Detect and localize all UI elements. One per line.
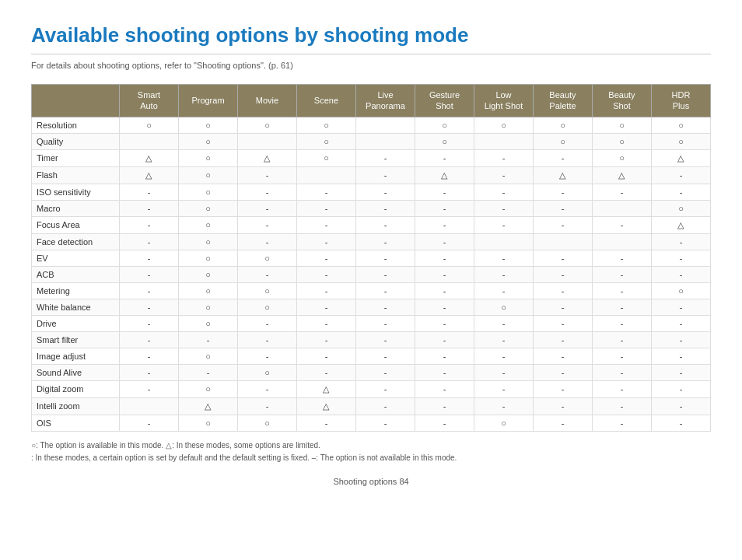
cell-12-2: - (237, 315, 296, 331)
table-row: Sound Alive--○------- (32, 364, 711, 380)
row-label: Drive (32, 315, 120, 331)
cell-1-6 (474, 133, 533, 149)
cell-15-6: - (474, 364, 533, 380)
cell-3-6: - (474, 166, 533, 184)
cell-5-5: - (415, 200, 474, 216)
cell-5-7: - (533, 200, 592, 216)
cell-11-3: - (296, 299, 355, 315)
column-header-4: Scene (296, 85, 355, 117)
cell-18-7: - (533, 415, 592, 431)
cell-11-5: - (415, 299, 474, 315)
cell-4-8: - (592, 184, 651, 200)
cell-11-0: - (119, 299, 178, 315)
cell-13-0: - (119, 331, 178, 348)
cell-16-5: - (415, 380, 474, 397)
column-header-7: LowLight Shot (474, 85, 533, 117)
cell-4-0: - (119, 184, 178, 200)
cell-11-6: ○ (474, 299, 533, 315)
column-header-0 (32, 85, 120, 117)
row-label: Image adjust (32, 348, 120, 364)
column-header-6: GestureShot (415, 85, 474, 117)
cell-0-3: ○ (296, 117, 355, 133)
cell-8-2: ○ (237, 250, 296, 266)
cell-10-0: - (119, 282, 178, 299)
cell-6-2: - (237, 216, 296, 233)
page-footer: Shooting options 84 (31, 477, 711, 486)
cell-17-3: △ (296, 397, 355, 415)
cell-15-1: - (178, 364, 237, 380)
cell-9-6: - (474, 266, 533, 282)
cell-12-1: ○ (178, 315, 237, 331)
cell-11-1: ○ (178, 299, 237, 315)
cell-11-7: - (533, 299, 592, 315)
cell-15-9: - (651, 364, 710, 380)
cell-3-2: - (237, 166, 296, 184)
cell-10-2: ○ (237, 282, 296, 299)
cell-15-3: - (296, 364, 355, 380)
cell-2-2: △ (237, 149, 296, 166)
cell-4-1: ○ (178, 184, 237, 200)
table-row: Focus Area-○-------△ (32, 216, 711, 233)
cell-13-8: - (592, 331, 651, 348)
cell-7-3: - (296, 233, 355, 250)
cell-9-2: - (237, 266, 296, 282)
cell-8-7: - (533, 250, 592, 266)
cell-15-7: - (533, 364, 592, 380)
cell-5-3: - (296, 200, 355, 216)
cell-9-3: - (296, 266, 355, 282)
cell-12-7: - (533, 315, 592, 331)
cell-18-9: - (651, 415, 710, 431)
cell-2-5: - (415, 149, 474, 166)
page-title: Available shooting options by shooting m… (31, 23, 711, 54)
cell-4-6: - (474, 184, 533, 200)
cell-16-0: - (119, 380, 178, 397)
cell-13-9: - (651, 331, 710, 348)
cell-6-8: - (592, 216, 651, 233)
cell-0-4 (355, 117, 415, 133)
cell-12-6: - (474, 315, 533, 331)
table-row: Macro-○------○ (32, 200, 711, 216)
cell-2-6: - (474, 149, 533, 166)
cell-1-1: ○ (178, 133, 237, 149)
cell-6-3: - (296, 216, 355, 233)
row-label: White balance (32, 299, 120, 315)
cell-11-2: ○ (237, 299, 296, 315)
column-header-9: BeautyShot (592, 85, 651, 117)
cell-17-4: - (355, 397, 415, 415)
cell-2-4: - (355, 149, 415, 166)
cell-11-4: - (355, 299, 415, 315)
cell-7-7 (533, 233, 592, 250)
cell-2-1: ○ (178, 149, 237, 166)
table-row: Resolution○○○○○○○○○ (32, 117, 711, 133)
cell-3-1: ○ (178, 166, 237, 184)
row-label: Quality (32, 133, 120, 149)
row-label: Digital zoom (32, 380, 120, 397)
cell-16-7: - (533, 380, 592, 397)
cell-1-3: ○ (296, 133, 355, 149)
cell-2-7: - (533, 149, 592, 166)
cell-11-9: - (651, 299, 710, 315)
cell-6-0: - (119, 216, 178, 233)
cell-6-4: - (355, 216, 415, 233)
cell-18-8: - (592, 415, 651, 431)
cell-16-1: ○ (178, 380, 237, 397)
cell-18-1: ○ (178, 415, 237, 431)
cell-13-5: - (415, 331, 474, 348)
cell-17-2: - (237, 397, 296, 415)
cell-12-9: - (651, 315, 710, 331)
cell-17-0 (119, 397, 178, 415)
cell-0-6: ○ (474, 117, 533, 133)
table-row: Metering-○○------○ (32, 282, 711, 299)
cell-13-7: - (533, 331, 592, 348)
cell-6-1: ○ (178, 216, 237, 233)
cell-1-9: ○ (651, 133, 710, 149)
cell-2-3: ○ (296, 149, 355, 166)
cell-9-9: - (651, 266, 710, 282)
cell-13-2: - (237, 331, 296, 348)
cell-7-1: ○ (178, 233, 237, 250)
row-label: Intelli zoom (32, 397, 120, 415)
cell-12-4: - (355, 315, 415, 331)
row-label: Face detection (32, 233, 120, 250)
cell-6-5: - (415, 216, 474, 233)
column-header-8: BeautyPalette (533, 85, 592, 117)
